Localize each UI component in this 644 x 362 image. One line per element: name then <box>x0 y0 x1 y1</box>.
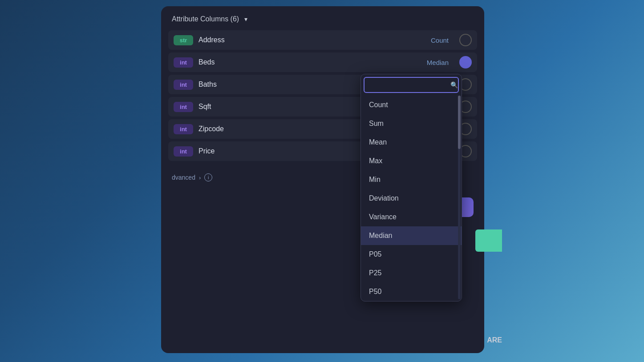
advanced-label: dvanced <box>172 174 195 181</box>
attribute-columns-modal: Attribute Columns (6) ▾ str Address Coun… <box>161 6 484 353</box>
type-badge-int: int <box>174 102 193 112</box>
scrollbar-thumb[interactable] <box>458 96 461 149</box>
info-icon[interactable]: i <box>204 173 212 181</box>
type-badge-str: str <box>174 35 193 45</box>
dropdown-item-count[interactable]: Count <box>361 96 462 114</box>
column-aggregation-address[interactable]: Count <box>431 36 449 44</box>
dropdown-item-max[interactable]: Max <box>361 152 462 170</box>
modal-title: Attribute Columns (6) <box>172 15 239 23</box>
advanced-arrow[interactable]: › <box>199 174 201 181</box>
dropdown-item-sum[interactable]: Sum <box>361 114 462 133</box>
column-name-address: Address <box>198 36 425 44</box>
aggregation-dropdown: 🔍 Count Sum Mean Max Min Deviation Varia… <box>360 74 462 302</box>
search-box: 🔍 <box>364 77 459 93</box>
are-label: ARE <box>487 336 502 344</box>
green-accent <box>475 229 502 252</box>
search-input[interactable] <box>369 81 447 88</box>
modal-header: Attribute Columns (6) ▾ <box>161 15 484 30</box>
dropdown-item-min[interactable]: Min <box>361 170 462 189</box>
search-icon: 🔍 <box>450 81 458 88</box>
scrollbar-track <box>458 96 461 299</box>
modal-title-arrow[interactable]: ▾ <box>244 16 247 23</box>
type-badge-int: int <box>174 57 193 68</box>
column-aggregation-beds[interactable]: Median <box>427 59 449 66</box>
dropdown-item-p05[interactable]: P05 <box>361 245 462 264</box>
dropdown-item-p25[interactable]: P25 <box>361 264 462 282</box>
dropdown-item-deviation[interactable]: Deviation <box>361 189 462 208</box>
table-row: str Address Count <box>168 30 477 50</box>
column-name-beds: Beds <box>198 58 421 66</box>
dropdown-item-p50[interactable]: P50 <box>361 282 462 301</box>
dropdown-item-mean[interactable]: Mean <box>361 133 462 152</box>
column-toggle-address[interactable] <box>459 34 472 46</box>
column-toggle-beds[interactable] <box>459 56 472 68</box>
type-badge-int: int <box>174 124 193 134</box>
type-badge-int: int <box>174 146 193 157</box>
table-row: int Beds Median <box>168 52 477 72</box>
dropdown-item-variance[interactable]: Variance <box>361 208 462 226</box>
dropdown-item-median[interactable]: Median <box>361 226 462 245</box>
type-badge-int: int <box>174 80 193 90</box>
dropdown-list: Count Sum Mean Max Min Deviation Varianc… <box>361 96 462 301</box>
